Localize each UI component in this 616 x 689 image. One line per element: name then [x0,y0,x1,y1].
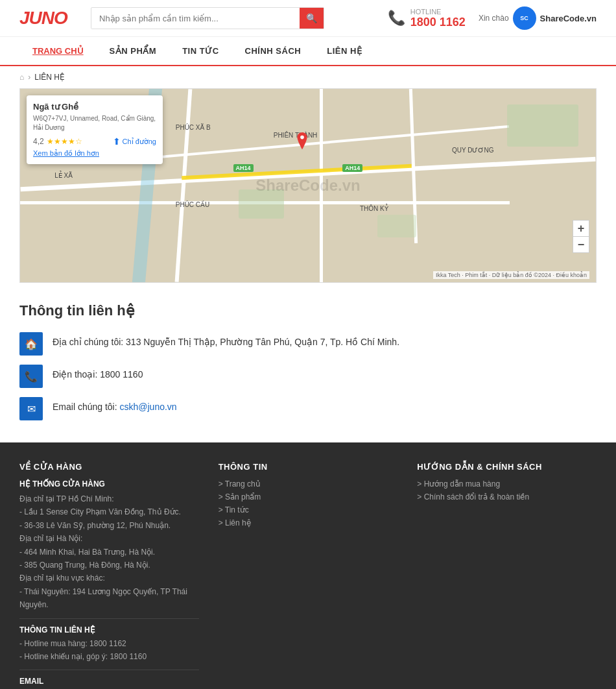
footer-col1-other: Địa chỉ tại khu vực khác: [19,572,199,585]
footer-col-2: THÔNG TIN > Trang chủ > Sản phẩm > Tin t… [219,462,398,689]
footer-link-chinh-sach[interactable]: > Chính sách đổi trả & hoàn tiền [417,492,597,502]
footer-col1-hcm2: - 36-38 Lê Văn Sỹ, phường 12, Phú Nhuận. [19,519,199,532]
place-label-le-xa: LẺ XÃ [54,172,73,179]
footer-contact-subtitle: THÔNG TIN LIÊN HỆ [19,625,199,635]
place-label-quy-duong: QUY DƯƠNG [452,147,494,154]
breadcrumb-separator: › [28,73,30,82]
footer-link-san-pham[interactable]: > Sản phẩm [219,492,398,502]
logo[interactable]: JUNO [19,8,78,29]
breadcrumb-current: LIÊN HỆ [34,73,65,82]
footer-col1-tn: - Thái Nguyên: 194 Lương Ngọc Quyến, TP … [19,585,199,612]
footer-col1-hn2: - 385 Quang Trung, Hà Đông, Hà Nội. [19,559,199,572]
contact-title: Thông tin liên hệ [19,302,597,319]
footer-link-trang-chu[interactable]: > Trang chủ [219,479,398,489]
email-icon: ✉ [19,397,43,420]
place-label-thon-ky: THÔN KỶ [360,205,388,212]
footer-hotline2: - Hotline khiếu nại, góp ý: 1800 1160 [19,650,199,663]
footer-col2-title: THÔNG TIN [219,462,398,472]
contact-address-row: 🏠 Địa chỉ chúng tôi: 313 Nguyễn Thị Thập… [19,332,597,356]
footer-link-tin-tuc[interactable]: > Tin tức [219,505,398,514]
zoom-out-button[interactable]: − [573,236,589,253]
navbar: TRANG CHỦ SẢN PHẨM TIN TỨC CHÍNH SÁCH LI… [0,37,616,66]
sharecode-block: Xin chào SC ShareCode.vn [479,6,597,30]
footer-link-lien-he[interactable]: > Liên hệ [219,518,398,527]
address-icon: 🏠 [19,332,43,356]
nav-chinh-sach[interactable]: CHÍNH SÁCH [232,37,314,65]
hotline-label: HOTLINE [410,8,466,16]
search-input[interactable] [91,8,300,29]
footer-col1-title: VỀ CỬA HÀNG [19,462,199,472]
map-card-rating-row: 4,2 ★★★★☆ [33,137,82,146]
footer-col1-hn-label: Địa chỉ tại Hà Nội: [19,532,199,545]
nav-lien-he[interactable]: LIÊN HỆ [314,37,375,65]
contact-phone-row: 📞 Điện thoại: 1800 1160 [19,365,597,388]
map-card: Ngã tư Ghề W6Q7+7VJ, Unnamed, Road, Cẩm … [27,95,163,164]
footer-grid: VỀ CỬA HÀNG HỆ THỐNG CỬA HÀNG Địa chỉ tạ… [19,462,597,689]
map-attribution: Ikka Tech · Phim tắt · Dữ liệu bản đồ ©2… [433,271,589,279]
nav-tin-tuc[interactable]: TIN TỨC [169,37,231,65]
map-container: PHÚC XÃ B PHIÊN THÀNH LẺ XÃ PHÚC CẦU THÔ… [19,88,597,283]
footer-col1-hcm1: - Lầu 1 Sense City Phạm Văn Đồng, Thủ Đứ… [19,505,199,518]
map-zoom-controls: + − [573,220,589,253]
contact-email-text: Email chúng tôi: cskh@juno.vn [53,397,177,412]
map-pin[interactable] [294,132,310,156]
contact-phone-text: Điện thoại: 1800 1160 [53,365,143,380]
hotline-info: HOTLINE 1800 1162 [410,8,466,29]
hotline-block: 📞 HOTLINE 1800 1162 [388,8,466,29]
footer-link-huong-dan[interactable]: > Hướng dẫn mua hàng [417,479,597,489]
sharecode-name: ShareCode.vn [540,14,597,23]
place-label-phuc-xa-b: PHÚC XÃ B [176,124,211,131]
phone-icon: 📞 [388,10,405,27]
search-button[interactable]: 🔍 [300,8,324,29]
breadcrumb-home-icon[interactable]: ⌂ [19,73,24,82]
footer-email-subtitle: EMAIL [19,677,199,686]
footer-col-3: HƯỚNG DẪN & CHÍNH SÁCH > Hướng dẫn mua h… [417,462,597,689]
zoom-in-button[interactable]: + [573,220,589,237]
contact-section: Thông tin liên hệ 🏠 Địa chỉ chúng tôi: 3… [0,283,616,442]
phone-icon-contact: 📞 [19,365,43,388]
contact-address-text: Địa chỉ chúng tôi: 313 Nguyễn Thị Thập, … [53,332,399,347]
footer-col1-subtitle: HỆ THỐNG CỬA HÀNG [19,479,199,489]
email-link[interactable]: cskh@juno.vn [120,402,177,412]
search-container: 🔍 [91,7,324,29]
sharecode-logo: SC [513,6,536,30]
header: JUNO 🔍 📞 HOTLINE 1800 1162 Xin chào SC S… [0,0,616,37]
footer-col1-hn1: - 464 Minh Khai, Hai Bà Trưng, Hà Nội. [19,546,199,559]
svg-point-0 [300,136,304,139]
hotline-number: 1800 1162 [410,16,466,29]
footer-col3-title: HƯỚNG DẪN & CHÍNH SÁCH [417,462,597,472]
map-card-title: Ngã tư Ghề [33,102,156,112]
footer-col-1: VỀ CỬA HÀNG HỆ THỐNG CỬA HÀNG Địa chỉ tạ… [19,462,199,689]
map-card-direction[interactable]: ⬆ Chỉ đường [113,136,156,147]
stars-icon: ★★★★☆ [47,137,82,146]
greeting-text: Xin chào [479,14,509,23]
footer-hotline1: - Hotline mua hàng: 1800 1162 [19,637,199,650]
map-card-rating: 4,2 [33,137,44,146]
place-label-phuc-cau: PHÚC CẦU [176,201,210,208]
direction-icon: ⬆ [113,136,121,147]
map-card-view-larger[interactable]: Xem bản đồ lớn hơn [33,149,156,158]
breadcrumb: ⌂ › LIÊN HỆ [0,66,616,88]
footer-col1-hcm-label: Địa chỉ tại TP Hồ Chí Minh: [19,492,199,505]
nav-trang-chu[interactable]: TRANG CHỦ [19,37,97,66]
footer: VỀ CỬA HÀNG HỆ THỐNG CỬA HÀNG Địa chỉ tạ… [0,442,616,689]
contact-email-row: ✉ Email chúng tôi: cskh@juno.vn [19,397,597,420]
map-card-address: W6Q7+7VJ, Unnamed, Road, Cẩm Giàng, Hải … [33,114,156,132]
nav-san-pham[interactable]: SẢN PHẨM [97,37,170,65]
